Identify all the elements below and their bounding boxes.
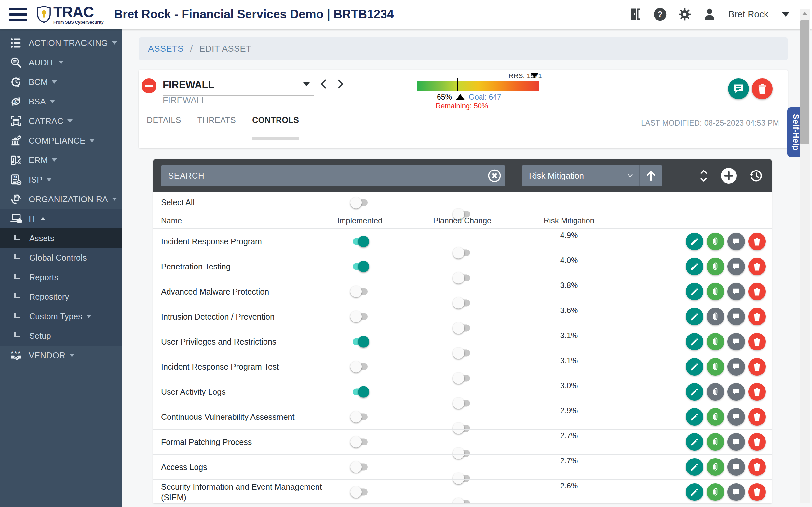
user-icon[interactable] <box>702 7 717 21</box>
comment-button[interactable] <box>728 258 745 275</box>
exit-icon[interactable] <box>628 7 642 21</box>
clear-search-icon[interactable] <box>487 168 502 183</box>
sort-direction-button[interactable] <box>639 165 662 186</box>
sidebar-item-it[interactable]: IT <box>0 209 122 228</box>
search-input[interactable] <box>161 171 487 181</box>
previous-asset-button[interactable] <box>318 78 331 92</box>
attachment-button[interactable] <box>706 333 724 350</box>
select-all-implemented-toggle[interactable] <box>351 197 369 209</box>
scroll-up-arrow-icon[interactable] <box>802 12 808 15</box>
edit-button[interactable] <box>686 358 703 376</box>
delete-button[interactable] <box>748 433 766 451</box>
help-icon[interactable]: ? <box>653 7 667 21</box>
edit-button[interactable] <box>686 383 703 401</box>
implemented-toggle[interactable] <box>351 486 369 498</box>
attachment-button[interactable] <box>706 433 724 451</box>
asset-name-field[interactable]: FIREWALL <box>163 79 314 96</box>
tab-threats[interactable]: THREATS <box>197 116 236 128</box>
attachment-button[interactable] <box>706 283 724 300</box>
asset-name-caret-icon[interactable] <box>303 82 310 86</box>
attachment-button[interactable] <box>706 233 724 250</box>
trac-logo[interactable]: TRAC From SBS CyberSecurity <box>37 5 104 24</box>
attachment-button[interactable] <box>706 383 724 401</box>
comment-button[interactable] <box>728 333 745 350</box>
sort-by-dropdown[interactable]: Risk Mitigation <box>522 165 662 186</box>
sidebar-item-reports[interactable]: Reports <box>0 268 122 287</box>
sidebar-item-assets[interactable]: Assets <box>0 228 122 248</box>
scrollbar-thumb[interactable] <box>800 20 809 144</box>
sidebar-item-setup[interactable]: Setup <box>0 326 122 346</box>
implemented-toggle[interactable] <box>351 461 369 472</box>
attachment-button[interactable] <box>706 358 724 376</box>
sidebar-item-bcm[interactable]: BCM <box>0 72 122 92</box>
asset-delete-button[interactable] <box>752 78 773 99</box>
delete-button[interactable] <box>748 408 766 426</box>
delete-button[interactable] <box>748 333 766 350</box>
sidebar-item-catrac[interactable]: CATRAC <box>0 111 122 131</box>
user-menu-caret-icon[interactable] <box>782 12 789 16</box>
edit-button[interactable] <box>686 333 703 350</box>
edit-button[interactable] <box>686 258 703 275</box>
settings-icon[interactable] <box>678 7 692 21</box>
sidebar-item-compliance[interactable]: COMPLIANCE <box>0 131 122 150</box>
sidebar-item-bsa[interactable]: $BSA <box>0 92 122 111</box>
implemented-toggle[interactable] <box>351 236 369 247</box>
breadcrumb-assets-link[interactable]: ASSETS <box>148 44 184 54</box>
comment-button[interactable] <box>728 233 745 250</box>
sidebar-item-repository[interactable]: Repository <box>0 287 122 306</box>
comment-button[interactable] <box>728 408 745 426</box>
implemented-toggle[interactable] <box>351 411 369 422</box>
sidebar-item-action-tracking[interactable]: ACTION TRACKING <box>0 33 122 53</box>
implemented-toggle[interactable] <box>351 361 369 372</box>
hamburger-icon[interactable] <box>9 8 27 21</box>
delete-button[interactable] <box>748 308 766 325</box>
edit-button[interactable] <box>686 283 703 300</box>
edit-button[interactable] <box>686 233 703 250</box>
sidebar-item-erm[interactable]: ERM <box>0 150 122 170</box>
comment-button[interactable] <box>728 283 745 300</box>
edit-button[interactable] <box>686 458 703 476</box>
sidebar-item-audit[interactable]: AUDIT <box>0 53 122 72</box>
implemented-toggle[interactable] <box>351 261 369 272</box>
implemented-toggle[interactable] <box>351 386 369 397</box>
comment-button[interactable] <box>728 308 745 325</box>
delete-button[interactable] <box>748 258 766 275</box>
implemented-toggle[interactable] <box>351 311 369 322</box>
edit-button[interactable] <box>686 483 703 501</box>
implemented-toggle[interactable] <box>351 336 369 347</box>
delete-button[interactable] <box>748 358 766 376</box>
collapse-asset-button[interactable] <box>141 78 157 94</box>
comment-button[interactable] <box>728 358 745 376</box>
planned-change-toggle[interactable] <box>453 498 472 503</box>
delete-button[interactable] <box>748 233 766 250</box>
delete-button[interactable] <box>748 458 766 476</box>
delete-button[interactable] <box>748 383 766 401</box>
vertical-scrollbar[interactable] <box>800 9 810 503</box>
add-control-button[interactable] <box>721 168 737 183</box>
implemented-toggle[interactable] <box>351 436 369 447</box>
sidebar-item-vendor[interactable]: ★★★VENDOR <box>0 346 122 365</box>
expand-collapse-icon[interactable] <box>698 169 709 183</box>
comment-button[interactable] <box>728 458 745 476</box>
comment-button[interactable] <box>728 433 745 451</box>
attachment-button[interactable] <box>706 258 724 275</box>
delete-button[interactable] <box>748 283 766 300</box>
edit-button[interactable] <box>686 408 703 426</box>
attachment-button[interactable] <box>706 308 724 325</box>
asset-comment-button[interactable] <box>728 78 749 99</box>
edit-button[interactable] <box>686 433 703 451</box>
implemented-toggle[interactable] <box>351 286 369 297</box>
edit-button[interactable] <box>686 308 703 325</box>
history-icon[interactable] <box>748 168 763 183</box>
comment-button[interactable] <box>728 483 745 501</box>
sidebar-item-isp[interactable]: ISPISP <box>0 170 122 189</box>
tab-controls[interactable]: CONTROLS <box>252 116 299 139</box>
attachment-button[interactable] <box>706 408 724 426</box>
comment-button[interactable] <box>728 383 745 401</box>
tab-details[interactable]: DETAILS <box>147 116 181 128</box>
user-name[interactable]: Bret Rock <box>729 9 768 19</box>
attachment-button[interactable] <box>706 458 724 476</box>
sidebar-item-custom-types[interactable]: Custom Types <box>0 306 122 326</box>
attachment-button[interactable] <box>706 483 724 501</box>
next-asset-button[interactable] <box>335 78 348 92</box>
